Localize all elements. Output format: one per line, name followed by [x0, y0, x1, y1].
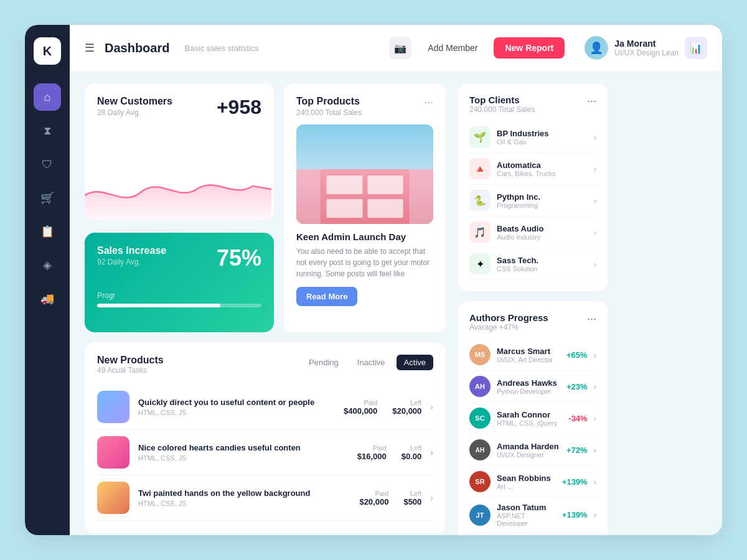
- new-customers-card: New Customers 28 Daily Avg. +958: [85, 83, 274, 220]
- top-clients-title: Top Clients 240,000 Total Sales: [469, 95, 587, 114]
- product-name-2: Nice colored hearts candies useful conte…: [138, 443, 349, 454]
- client-arrow-bp[interactable]: ›: [594, 133, 596, 142]
- user-profile: 👤 Ja Morant UI/UX Design Lean 📊: [585, 36, 707, 60]
- new-products-header: New Products 49 Acual Tasks Pending Inac…: [97, 355, 433, 375]
- product-tags-3: HTML, CSS, JS: [138, 500, 350, 507]
- client-logo-bp: 🌱: [469, 126, 491, 147]
- product-info: Nice colored hearts candies useful conte…: [138, 443, 349, 462]
- products-dots[interactable]: ···: [424, 96, 433, 109]
- filter-pending[interactable]: Pending: [301, 355, 346, 370]
- author-progress-sean: +139%: [562, 477, 588, 487]
- author-avatar-sean: SR: [469, 471, 491, 492]
- client-logo-auto: 🔺: [469, 158, 491, 179]
- left-col-2: Left $0.00: [402, 444, 422, 461]
- client-logo-sass: ✦: [469, 253, 491, 274]
- sidebar-item-delivery[interactable]: 🚚: [34, 285, 61, 312]
- author-info-amanda: Amanda Harden Ui/UX Designer: [497, 442, 560, 459]
- sidebar-item-tasks[interactable]: ⧗: [34, 117, 61, 144]
- client-info-auto: Automatica Cars, Bikes, Trucks: [497, 161, 588, 177]
- row-arrow-3[interactable]: ›: [430, 493, 433, 503]
- client-arrow-beats[interactable]: ›: [594, 228, 596, 237]
- product-tags-2: HTML, CSS, JS: [138, 454, 349, 462]
- sales-increase-card: Sales Increase 92 Daily Avg. 75% Progr: [85, 233, 274, 332]
- authors-title: Authors Progress Avarage +47%: [469, 312, 587, 332]
- author-arrow-sean[interactable]: ›: [594, 477, 596, 487]
- list-item: AH Amanda Harden Ui/UX Designer +72% ›: [469, 434, 596, 466]
- author-info-sarah: Sarah Connor HTML, CSS, jQuery: [497, 410, 562, 427]
- filter-active[interactable]: Active: [397, 355, 433, 370]
- read-more-button[interactable]: Read More: [296, 287, 357, 306]
- new-report-button[interactable]: New Report: [494, 37, 565, 58]
- product-amounts-2: Paid $16,000 Left $0.00: [357, 444, 422, 461]
- top-clients-card: Top Clients 240,000 Total Sales ··· 🌱 BP…: [458, 83, 608, 291]
- list-item: JT Jason Tatum ASP.NET Developer +139% ›: [469, 498, 596, 533]
- client-arrow-auto[interactable]: ›: [594, 164, 596, 174]
- client-logo-beats: 🎵: [469, 222, 491, 243]
- author-arrow-amanda[interactable]: ›: [594, 446, 596, 455]
- page-title: Dashboard: [105, 41, 169, 55]
- sidebar-logo: K: [34, 37, 61, 65]
- author-arrow-jason[interactable]: ›: [594, 510, 596, 520]
- author-avatar-andreas: AH: [469, 376, 491, 397]
- sidebar-item-security[interactable]: 🛡: [34, 151, 61, 178]
- user-name: Ja Morant: [614, 39, 679, 49]
- top-clients-dots[interactable]: ···: [587, 95, 596, 108]
- menu-icon[interactable]: ☰: [85, 41, 95, 55]
- author-progress-sarah: -34%: [568, 414, 587, 423]
- list-item: ✦ Sass Tech. CSS Solution ›: [469, 248, 596, 280]
- main-content: ☰ Dashboard Basic sales statistics 📷 Add…: [70, 25, 722, 535]
- chart-icon[interactable]: 📊: [685, 37, 707, 59]
- authors-progress-card: Authors Progress Avarage +47% ··· MS Mar…: [458, 301, 608, 535]
- user-role: UI/UX Design Lean: [614, 49, 679, 57]
- avatar: 👤: [585, 36, 608, 60]
- product-img-inner: [296, 124, 433, 224]
- author-progress-jason: +139%: [562, 510, 588, 520]
- client-arrow-python[interactable]: ›: [594, 196, 596, 205]
- add-member-button[interactable]: Add Member: [421, 43, 484, 53]
- list-item: AH Andreas Hawks Python Developer +23% ›: [469, 371, 596, 403]
- author-info-andreas: Andreas Hawks Python Developer: [497, 378, 560, 395]
- client-arrow-sass[interactable]: ›: [594, 259, 596, 269]
- header: ☰ Dashboard Basic sales statistics 📷 Add…: [70, 25, 722, 71]
- list-item: 🎵 Beats Audio Audio Industry ›: [469, 217, 596, 248]
- author-info-jason: Jason Tatum ASP.NET Developer: [497, 503, 556, 527]
- new-products-title: New Products 49 Acual Tasks: [97, 355, 301, 375]
- sidebar: K ⌂ ⧗ 🛡 🛒 📋 ◈ 🚚: [25, 25, 70, 535]
- left-col-3: Left $500: [403, 490, 421, 506]
- left-column: New Customers 28 Daily Avg. +958: [85, 83, 446, 523]
- row-arrow-2[interactable]: ›: [430, 447, 433, 457]
- product-name: Keen Admin Launch Day: [296, 231, 433, 242]
- product-thumbnail: [97, 391, 129, 423]
- author-arrow-sarah[interactable]: ›: [594, 414, 596, 423]
- sidebar-item-cart[interactable]: 🛒: [34, 184, 61, 212]
- author-arrow-andreas[interactable]: ›: [594, 382, 596, 391]
- filter-inactive[interactable]: Inactive: [350, 355, 393, 370]
- author-info-sean: Sean Robbins Art ...: [497, 474, 556, 490]
- product-desc: You also need to be able to accept that …: [296, 246, 433, 279]
- filter-tabs: Pending Inactive Active: [301, 355, 433, 370]
- wave-chart: [85, 158, 271, 220]
- client-info-python: Pythpn Inc. Programming: [497, 192, 588, 209]
- sidebar-item-analytics[interactable]: ◈: [34, 251, 61, 279]
- client-logo-python: 🐍: [469, 190, 491, 211]
- sidebar-item-reports[interactable]: 📋: [34, 218, 61, 245]
- list-item: 🐍 Pythpn Inc. Programming ›: [469, 185, 596, 217]
- paid-col-3: Paid $20,000: [359, 490, 388, 506]
- left-col-1: Left $20,000: [392, 399, 421, 416]
- authors-dots[interactable]: ···: [587, 312, 596, 325]
- client-info-bp: BP Industries Oil & Gas: [497, 129, 588, 146]
- row-arrow-1[interactable]: ›: [430, 402, 433, 412]
- products-subtitle: 240,000 Total Sales: [296, 108, 433, 117]
- camera-icon[interactable]: 📷: [389, 37, 411, 59]
- list-item: 🔺 Automatica Cars, Bikes, Trucks ›: [469, 153, 596, 185]
- author-arrow-marcus[interactable]: ›: [594, 350, 596, 360]
- product-amounts-3: Paid $20,000 Left $500: [359, 490, 421, 506]
- product-info: Twi painted hands on the yellow backgrou…: [138, 488, 350, 508]
- client-info-beats: Beats Audio Audio Industry: [497, 224, 588, 241]
- sidebar-item-home[interactable]: ⌂: [34, 83, 61, 111]
- product-image: [296, 124, 433, 224]
- list-item: 🌱 BP Industries Oil & Gas ›: [469, 121, 596, 153]
- products-title: Top Products: [296, 96, 433, 107]
- author-avatar-sarah: SC: [469, 408, 491, 429]
- author-progress-andreas: +23%: [566, 382, 588, 391]
